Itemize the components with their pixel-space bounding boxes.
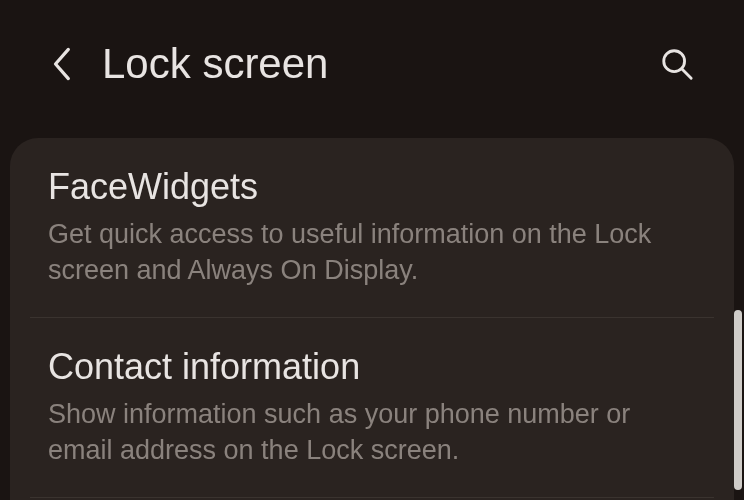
item-desc: Show information such as your phone numb…	[48, 396, 696, 469]
list-item-contact-information[interactable]: Contact information Show information suc…	[10, 318, 734, 497]
divider	[30, 497, 714, 498]
header: Lock screen	[0, 0, 744, 118]
scrollbar[interactable]	[734, 310, 742, 490]
back-icon[interactable]	[50, 45, 72, 83]
item-desc: Get quick access to useful information o…	[48, 216, 696, 289]
page-title: Lock screen	[102, 40, 660, 88]
item-title: FaceWidgets	[48, 166, 696, 208]
svg-line-1	[682, 69, 691, 78]
item-title: Contact information	[48, 346, 696, 388]
list-item-facewidgets[interactable]: FaceWidgets Get quick access to useful i…	[10, 138, 734, 317]
settings-list: FaceWidgets Get quick access to useful i…	[10, 138, 734, 500]
search-icon[interactable]	[660, 47, 694, 81]
